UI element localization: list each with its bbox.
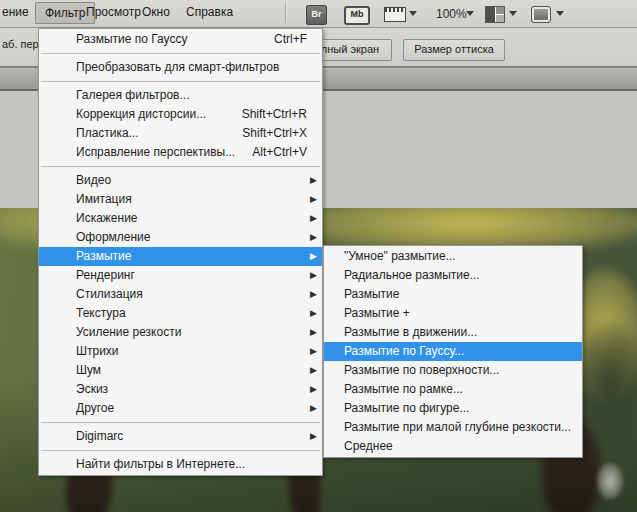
menu-item-label: Текстура xyxy=(76,306,126,320)
filter-menu-item[interactable]: Эскиз▶ xyxy=(39,380,322,399)
submenu-arrow-icon: ▶ xyxy=(310,285,317,304)
menu-item-label: Размытие xyxy=(344,287,399,301)
submenu-arrow-icon: ▶ xyxy=(310,266,317,285)
menu-item-label: Стилизация xyxy=(76,287,143,301)
submenu-arrow-icon: ▶ xyxy=(310,361,317,380)
menu-item-label: Исправление перспективы... xyxy=(76,145,235,159)
filter-menu-item[interactable]: Имитация▶ xyxy=(39,190,322,209)
filter-menu-item[interactable]: Размытие▶ xyxy=(39,247,322,266)
screen-mode-icon[interactable] xyxy=(531,6,551,23)
menu-item-label: Найти фильтры в Интернете... xyxy=(76,457,245,471)
bridge-icon[interactable]: Br xyxy=(306,5,327,25)
filter-menu-item[interactable]: Усиление резкости▶ xyxy=(39,323,322,342)
submenu-arrow-icon: ▶ xyxy=(310,228,317,247)
menu-separator xyxy=(41,53,320,54)
menubar-item-image[interactable]: ение xyxy=(2,5,29,19)
menubar-item-help[interactable]: Справка xyxy=(186,5,233,19)
arrange-pane xyxy=(496,7,504,14)
filter-menu-item[interactable]: Рендеринг▶ xyxy=(39,266,322,285)
zoom-level[interactable]: 100% xyxy=(436,7,467,21)
mini-bridge-icon[interactable]: Mb xyxy=(344,6,370,25)
menu-item-label: Оформление xyxy=(76,230,150,244)
menu-separator xyxy=(41,422,320,423)
menu-item-label: Рендеринг xyxy=(76,268,135,282)
submenu-arrow-icon: ▶ xyxy=(310,323,317,342)
menu-item-label: Эскиз xyxy=(76,382,108,396)
blur-submenu-item[interactable]: Размытие по Гауссу... xyxy=(324,342,582,361)
print-size-button[interactable]: Размер оттиска xyxy=(403,39,505,61)
menu-bar: ение Фильтр Просмотр Окно Справка Br Mb … xyxy=(0,0,637,28)
menu-item-label: Пластика... xyxy=(76,126,139,140)
submenu-arrow-icon: ▶ xyxy=(310,427,317,446)
menu-item-shortcut: Shift+Ctrl+R xyxy=(242,105,307,124)
dropdown-arrow-icon[interactable] xyxy=(556,11,564,16)
menu-item-label: Размытие по фигуре... xyxy=(344,401,469,415)
filter-menu-item[interactable]: Текстура▶ xyxy=(39,304,322,323)
menu-item-label: Галерея фильтров... xyxy=(76,88,189,102)
blur-submenu: "Умное" размытие...Радиальное размытие..… xyxy=(323,245,583,458)
menu-item-label: "Умное" размытие... xyxy=(344,249,456,263)
menu-item-label: Размытие по Гауссу... xyxy=(344,344,464,358)
filter-menu-item[interactable]: Исправление перспективы...Alt+Ctrl+V xyxy=(39,143,322,162)
filter-menu-item[interactable]: Другое▶ xyxy=(39,399,322,418)
submenu-arrow-icon: ▶ xyxy=(310,247,317,266)
filter-menu-item[interactable]: Стилизация▶ xyxy=(39,285,322,304)
dropdown-arrow-icon[interactable] xyxy=(409,11,417,16)
dropdown-arrow-icon[interactable] xyxy=(466,11,474,16)
blur-submenu-item[interactable]: "Умное" размытие... xyxy=(324,247,582,266)
menu-item-label: Размытие по поверхности... xyxy=(344,363,499,377)
menu-item-label: Среднее xyxy=(344,439,393,453)
filter-menu-item[interactable]: Искажение▶ xyxy=(39,209,322,228)
menu-item-label: Видео xyxy=(76,173,111,187)
submenu-arrow-icon: ▶ xyxy=(310,190,317,209)
menu-item-label: Размытие xyxy=(76,249,131,263)
blur-submenu-item[interactable]: Размытие по фигуре... xyxy=(324,399,582,418)
blur-submenu-item[interactable]: Размытие при малой глубине резкости... xyxy=(324,418,582,437)
submenu-arrow-icon: ▶ xyxy=(310,171,317,190)
filter-menu-item[interactable]: Коррекция дисторсии...Shift+Ctrl+R xyxy=(39,105,322,124)
menu-separator xyxy=(41,450,320,451)
filter-menu-item[interactable]: Преобразовать для смарт-фильтров xyxy=(39,58,322,77)
menu-item-label: Другое xyxy=(76,401,114,415)
menu-item-shortcut: Alt+Ctrl+V xyxy=(252,143,307,162)
blur-submenu-item[interactable]: Размытие в движении... xyxy=(324,323,582,342)
menu-item-label: Размытие при малой глубине резкости... xyxy=(344,420,571,434)
filter-menu-item[interactable]: Оформление▶ xyxy=(39,228,322,247)
filter-menu-item[interactable]: Галерея фильтров... xyxy=(39,86,322,105)
guides-panel-icon[interactable] xyxy=(384,7,406,22)
menubar-item-view[interactable]: Просмотр xyxy=(86,5,141,19)
filter-menu-item[interactable]: Шум▶ xyxy=(39,361,322,380)
photo-light-spot xyxy=(597,463,623,499)
filter-menu-item[interactable]: Пластика...Shift+Ctrl+X xyxy=(39,124,322,143)
menu-item-shortcut: Ctrl+F xyxy=(274,30,307,49)
submenu-arrow-icon: ▶ xyxy=(310,399,317,418)
filter-menu-item[interactable]: Найти фильтры в Интернете... xyxy=(39,455,322,474)
menu-item-label: Шум xyxy=(76,363,101,377)
blur-submenu-item[interactable]: Размытие + xyxy=(324,304,582,323)
menu-item-label: Искажение xyxy=(76,211,138,225)
menubar-item-window[interactable]: Окно xyxy=(142,5,170,19)
dropdown-arrow-icon[interactable] xyxy=(509,11,517,16)
blur-submenu-item[interactable]: Размытие xyxy=(324,285,582,304)
blur-submenu-item[interactable]: Размытие по поверхности... xyxy=(324,361,582,380)
blur-submenu-item[interactable]: Среднее xyxy=(324,437,582,456)
filter-menu: Размытие по ГауссуCtrl+FПреобразовать дл… xyxy=(38,28,323,476)
blur-submenu-item[interactable]: Размытие по рамке... xyxy=(324,380,582,399)
menu-item-label: Размытие по рамке... xyxy=(344,382,463,396)
menu-item-label: Штрихи xyxy=(76,344,119,358)
arrange-pane xyxy=(486,7,495,22)
submenu-arrow-icon: ▶ xyxy=(310,209,317,228)
filter-menu-item[interactable]: Digimarc▶ xyxy=(39,427,322,446)
menu-item-label: Усиление резкости xyxy=(76,325,181,339)
toolbar-divider xyxy=(285,3,286,23)
submenu-arrow-icon: ▶ xyxy=(310,304,317,323)
filter-menu-item[interactable]: Размытие по ГауссуCtrl+F xyxy=(39,30,322,49)
submenu-arrow-icon: ▶ xyxy=(310,380,317,399)
arrange-documents-icon[interactable] xyxy=(485,6,505,23)
menu-item-label: Размытие в движении... xyxy=(344,325,477,339)
menu-separator xyxy=(41,166,320,167)
filter-menu-item[interactable]: Видео▶ xyxy=(39,171,322,190)
filter-menu-item[interactable]: Штрихи▶ xyxy=(39,342,322,361)
blur-submenu-item[interactable]: Радиальное размытие... xyxy=(324,266,582,285)
menu-item-shortcut: Shift+Ctrl+X xyxy=(242,124,307,143)
